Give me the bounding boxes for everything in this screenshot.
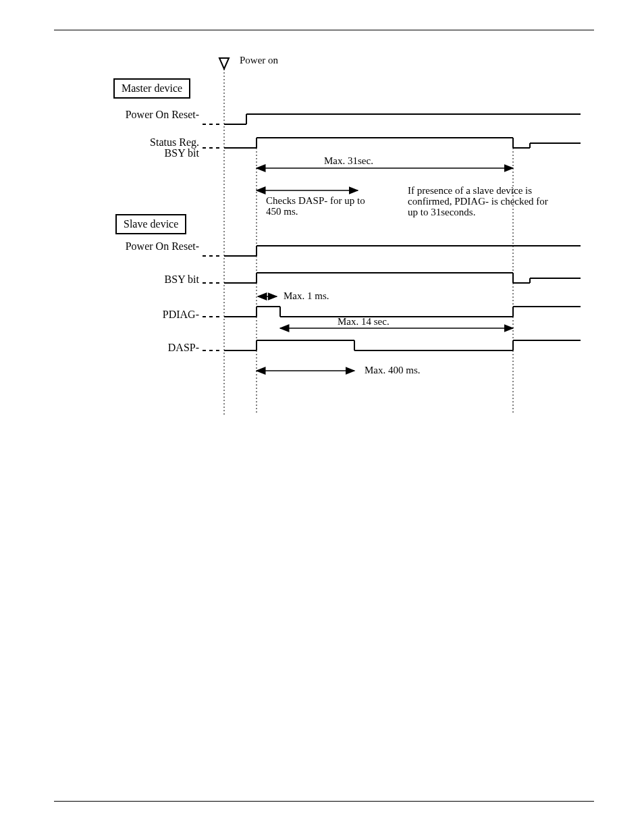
- pdiag-note-1: If presence of a slave device is: [408, 185, 532, 197]
- pdiag-note-2: confirmed, PDIAG- is checked for: [408, 196, 548, 207]
- slave-device-box: Slave device: [115, 214, 186, 234]
- max-400ms-label: Max. 400 ms.: [365, 365, 421, 376]
- timing-diagram: Power on Master device Slave device Powe…: [54, 30, 594, 435]
- master-bsy-label-2: BSY bit: [54, 147, 199, 159]
- bottom-rule: [54, 801, 594, 802]
- master-por-label: Power On Reset-: [54, 109, 199, 121]
- power-on-label: Power on: [240, 55, 278, 66]
- max-1ms-label: Max. 1 ms.: [284, 290, 329, 302]
- pdiag-note-3: up to 31seconds.: [408, 207, 475, 218]
- slave-pdiag-label: PDIAG-: [54, 309, 199, 321]
- slave-por-label: Power On Reset-: [54, 240, 199, 253]
- max-14sec-label: Max. 14 sec.: [338, 316, 390, 328]
- slave-bsy-label: BSY bit: [54, 273, 199, 286]
- dasp-check-label-1: Checks DASP- for up to: [266, 195, 365, 207]
- max-31sec-label: Max. 31sec.: [324, 155, 373, 167]
- page: Power on Master device Slave device Powe…: [0, 0, 644, 834]
- master-device-box: Master device: [113, 78, 190, 99]
- dasp-check-label-2: 450 ms.: [266, 206, 298, 217]
- slave-dasp-label: DASP-: [54, 342, 199, 354]
